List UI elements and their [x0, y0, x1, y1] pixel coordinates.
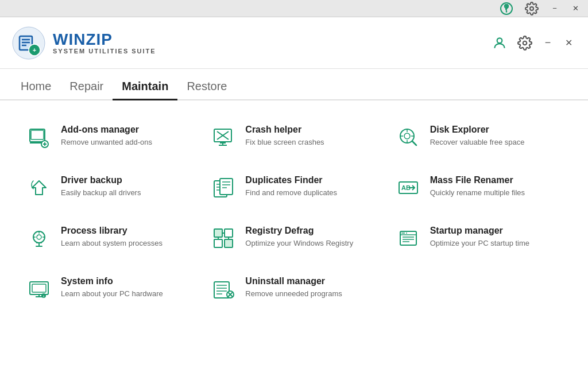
uninstall-manager-icon	[211, 276, 236, 301]
process-library-icon	[26, 226, 52, 251]
tool-driver-backup[interactable]: Driver backup Easily backup all drivers	[17, 162, 202, 213]
svg-rect-55	[214, 239, 222, 247]
system-info-desc: Learn about your PC hardware	[61, 289, 163, 299]
svg-rect-38	[220, 179, 233, 195]
system-info-info: System info Learn about your PC hardware	[61, 276, 163, 299]
mass-file-renamer-icon: AB	[396, 175, 421, 200]
svg-rect-54	[225, 229, 233, 237]
svg-rect-56	[225, 239, 233, 247]
logo-area: + WINZIP SYSTEM UTILITIES SUITE	[11, 26, 156, 60]
uninstall-manager-title: Uninstall manager	[245, 276, 342, 286]
system-info-icon: i	[26, 276, 52, 301]
uninstall-manager-desc: Remove unneeded programs	[245, 289, 342, 299]
registry-defrag-info: Registry Defrag Optimize your Windows Re…	[245, 226, 353, 249]
header-minimize-btn[interactable]: −	[540, 35, 556, 51]
tool-mass-file-renamer[interactable]: AB Mass File Renamer Quickly rename mult…	[386, 162, 571, 213]
nav-bar: Home Repair Maintain Restore	[0, 69, 588, 100]
addons-manager-info: Add-ons manager Remove unwanted add-ons	[61, 125, 152, 148]
registry-defrag-icon	[211, 226, 236, 251]
svg-point-28	[404, 133, 410, 139]
registry-defrag-title: Registry Defrag	[245, 226, 353, 236]
nav-maintain[interactable]: Maintain	[113, 74, 177, 100]
svg-point-1	[506, 6, 507, 7]
driver-backup-icon	[26, 175, 52, 200]
tool-uninstall-manager[interactable]: Uninstall manager Remove unneeded progra…	[202, 263, 386, 314]
nav-restore[interactable]: Restore	[177, 74, 236, 100]
disk-explorer-desc: Recover valuable free space	[430, 137, 525, 148]
process-library-info: Process library Learn about system proce…	[61, 226, 163, 249]
startup-manager-icon	[396, 226, 421, 251]
svg-rect-69	[32, 284, 46, 292]
svg-point-12	[497, 38, 502, 43]
addons-manager-icon	[26, 125, 52, 150]
app-header: + WINZIP SYSTEM UTILITIES SUITE − ✕	[0, 17, 588, 69]
settings-icon-btn[interactable]	[521, 0, 542, 19]
svg-point-13	[523, 41, 527, 45]
driver-backup-desc: Easily backup all drivers	[61, 188, 141, 198]
startup-manager-info: Startup manager Optimize your PC startup…	[430, 226, 529, 249]
logo-text: WINZIP SYSTEM UTILITIES SUITE	[53, 32, 156, 55]
tool-process-library[interactable]: Process library Learn about system proce…	[17, 213, 202, 263]
nav-repair[interactable]: Repair	[60, 74, 113, 100]
svg-text:+: +	[33, 46, 36, 53]
grid-empty-cell	[386, 263, 571, 314]
crash-helper-info: Crash helper Fix blue screen crashes	[245, 125, 324, 148]
duplicates-finder-desc: Find and remove duplicates	[245, 188, 337, 198]
disk-explorer-info: Disk Explorer Recover valuable free spac…	[430, 125, 525, 148]
logo-subtitle-text: SYSTEM UTILITIES SUITE	[53, 48, 156, 55]
svg-line-29	[412, 141, 416, 145]
mass-file-renamer-desc: Quickly rename multiple files	[430, 188, 525, 198]
tools-grid: Add-ons manager Remove unwanted add-ons …	[17, 112, 571, 314]
disk-explorer-title: Disk Explorer	[430, 125, 525, 135]
tool-addons-manager[interactable]: Add-ons manager Remove unwanted add-ons	[17, 112, 202, 162]
settings-main-icon-btn[interactable]	[514, 33, 535, 53]
title-bar: − ✕	[0, 0, 588, 17]
tool-startup-manager[interactable]: Startup manager Optimize your PC startup…	[386, 213, 571, 263]
mass-file-renamer-info: Mass File Renamer Quickly rename multipl…	[430, 175, 525, 198]
startup-manager-title: Startup manager	[430, 226, 529, 236]
logo-winzip-text: WINZIP	[53, 32, 156, 48]
driver-backup-info: Driver backup Easily backup all drivers	[61, 175, 141, 198]
registry-defrag-desc: Optimize your Windows Registry	[245, 238, 353, 249]
mass-file-renamer-title: Mass File Renamer	[430, 175, 525, 185]
tool-crash-helper[interactable]: Crash helper Fix blue screen crashes	[202, 112, 386, 162]
header-actions: − ✕	[496, 0, 583, 19]
main-content: Add-ons manager Remove unwanted add-ons …	[0, 100, 588, 376]
svg-point-46	[37, 235, 41, 239]
svg-point-67	[406, 232, 407, 234]
close-button[interactable]: ✕	[567, 1, 583, 17]
svg-rect-53	[214, 229, 222, 237]
svg-point-4	[530, 7, 533, 10]
startup-manager-desc: Optimize your PC startup time	[430, 238, 529, 249]
disk-explorer-icon	[396, 125, 421, 150]
duplicates-finder-info: Duplicates Finder Find and remove duplic…	[245, 175, 337, 198]
duplicates-finder-icon	[211, 175, 236, 200]
header-right: − ✕	[489, 33, 577, 53]
svg-rect-15	[31, 130, 44, 139]
tool-system-info[interactable]: i System info Learn about your PC hardwa…	[17, 263, 202, 314]
addons-manager-title: Add-ons manager	[61, 125, 152, 135]
app-logo: +	[11, 26, 46, 60]
duplicates-finder-title: Duplicates Finder	[245, 175, 337, 185]
tool-duplicates-finder[interactable]: Duplicates Finder Find and remove duplic…	[202, 162, 386, 213]
tool-registry-defrag[interactable]: Registry Defrag Optimize your Windows Re…	[202, 213, 386, 263]
driver-backup-title: Driver backup	[61, 175, 141, 185]
uninstall-manager-info: Uninstall manager Remove unneeded progra…	[245, 276, 342, 299]
svg-point-65	[401, 232, 403, 234]
nav-home[interactable]: Home	[11, 74, 60, 100]
crash-helper-title: Crash helper	[245, 125, 324, 135]
addons-manager-desc: Remove unwanted add-ons	[61, 137, 152, 148]
tool-disk-explorer[interactable]: Disk Explorer Recover valuable free spac…	[386, 112, 571, 162]
system-info-title: System info	[61, 276, 163, 286]
crash-helper-icon	[211, 125, 236, 150]
minimize-button[interactable]: −	[547, 1, 563, 17]
process-library-desc: Learn about system processes	[61, 238, 163, 249]
svg-point-66	[404, 232, 405, 234]
header-close-btn[interactable]: ✕	[560, 35, 577, 51]
crash-helper-desc: Fix blue screen crashes	[245, 137, 324, 148]
help-icon-btn[interactable]	[496, 0, 517, 19]
account-icon-btn[interactable]	[489, 33, 510, 53]
process-library-title: Process library	[61, 226, 163, 236]
